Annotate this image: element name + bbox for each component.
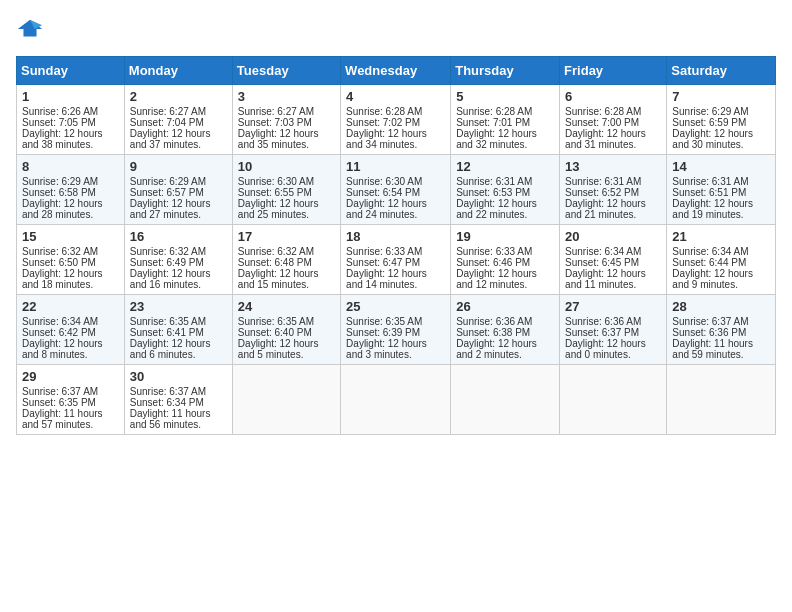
sunrise-label: Sunrise: 6:28 AM: [456, 106, 532, 117]
sunrise-label: Sunrise: 6:29 AM: [672, 106, 748, 117]
sunrise-label: Sunrise: 6:26 AM: [22, 106, 98, 117]
sunrise-label: Sunrise: 6:30 AM: [238, 176, 314, 187]
calendar-day-header: Thursday: [451, 57, 560, 85]
daylight-label: Daylight: 12 hours and 28 minutes.: [22, 198, 103, 220]
calendar-cell: 7 Sunrise: 6:29 AM Sunset: 6:59 PM Dayli…: [667, 85, 776, 155]
calendar-cell: 17 Sunrise: 6:32 AM Sunset: 6:48 PM Dayl…: [232, 225, 340, 295]
day-number: 8: [22, 159, 119, 174]
sunset-label: Sunset: 6:52 PM: [565, 187, 639, 198]
sunset-label: Sunset: 6:47 PM: [346, 257, 420, 268]
daylight-label: Daylight: 12 hours and 37 minutes.: [130, 128, 211, 150]
daylight-label: Daylight: 12 hours and 38 minutes.: [22, 128, 103, 150]
calendar-cell: 28 Sunrise: 6:37 AM Sunset: 6:36 PM Dayl…: [667, 295, 776, 365]
day-number: 7: [672, 89, 770, 104]
calendar-cell: 14 Sunrise: 6:31 AM Sunset: 6:51 PM Dayl…: [667, 155, 776, 225]
calendar-cell: 19 Sunrise: 6:33 AM Sunset: 6:46 PM Dayl…: [451, 225, 560, 295]
day-number: 22: [22, 299, 119, 314]
daylight-label: Daylight: 12 hours and 32 minutes.: [456, 128, 537, 150]
day-number: 17: [238, 229, 335, 244]
daylight-label: Daylight: 12 hours and 12 minutes.: [456, 268, 537, 290]
day-number: 29: [22, 369, 119, 384]
sunset-label: Sunset: 6:49 PM: [130, 257, 204, 268]
sunset-label: Sunset: 7:04 PM: [130, 117, 204, 128]
calendar-body: 1 Sunrise: 6:26 AM Sunset: 7:05 PM Dayli…: [17, 85, 776, 435]
daylight-label: Daylight: 12 hours and 14 minutes.: [346, 268, 427, 290]
calendar-cell: 4 Sunrise: 6:28 AM Sunset: 7:02 PM Dayli…: [341, 85, 451, 155]
sunrise-label: Sunrise: 6:31 AM: [672, 176, 748, 187]
sunset-label: Sunset: 6:45 PM: [565, 257, 639, 268]
calendar-cell: 1 Sunrise: 6:26 AM Sunset: 7:05 PM Dayli…: [17, 85, 125, 155]
sunrise-label: Sunrise: 6:35 AM: [130, 316, 206, 327]
day-number: 20: [565, 229, 661, 244]
calendar-cell: 10 Sunrise: 6:30 AM Sunset: 6:55 PM Dayl…: [232, 155, 340, 225]
daylight-label: Daylight: 12 hours and 5 minutes.: [238, 338, 319, 360]
daylight-label: Daylight: 12 hours and 0 minutes.: [565, 338, 646, 360]
calendar-table: SundayMondayTuesdayWednesdayThursdayFrid…: [16, 56, 776, 435]
sunset-label: Sunset: 7:03 PM: [238, 117, 312, 128]
calendar-week-row: 15 Sunrise: 6:32 AM Sunset: 6:50 PM Dayl…: [17, 225, 776, 295]
daylight-label: Daylight: 12 hours and 2 minutes.: [456, 338, 537, 360]
calendar-cell: 25 Sunrise: 6:35 AM Sunset: 6:39 PM Dayl…: [341, 295, 451, 365]
day-number: 13: [565, 159, 661, 174]
sunrise-label: Sunrise: 6:31 AM: [456, 176, 532, 187]
calendar-week-row: 22 Sunrise: 6:34 AM Sunset: 6:42 PM Dayl…: [17, 295, 776, 365]
daylight-label: Daylight: 12 hours and 30 minutes.: [672, 128, 753, 150]
calendar-cell: 27 Sunrise: 6:36 AM Sunset: 6:37 PM Dayl…: [560, 295, 667, 365]
sunset-label: Sunset: 6:42 PM: [22, 327, 96, 338]
calendar-cell: 26 Sunrise: 6:36 AM Sunset: 6:38 PM Dayl…: [451, 295, 560, 365]
daylight-label: Daylight: 11 hours and 59 minutes.: [672, 338, 753, 360]
sunrise-label: Sunrise: 6:29 AM: [130, 176, 206, 187]
sunrise-label: Sunrise: 6:29 AM: [22, 176, 98, 187]
sunrise-label: Sunrise: 6:35 AM: [238, 316, 314, 327]
page-header: [16, 16, 776, 44]
sunset-label: Sunset: 6:39 PM: [346, 327, 420, 338]
day-number: 4: [346, 89, 445, 104]
calendar-cell: [451, 365, 560, 435]
calendar-cell: 23 Sunrise: 6:35 AM Sunset: 6:41 PM Dayl…: [124, 295, 232, 365]
sunset-label: Sunset: 6:59 PM: [672, 117, 746, 128]
calendar-week-row: 29 Sunrise: 6:37 AM Sunset: 6:35 PM Dayl…: [17, 365, 776, 435]
calendar-cell: [560, 365, 667, 435]
daylight-label: Daylight: 12 hours and 35 minutes.: [238, 128, 319, 150]
day-number: 12: [456, 159, 554, 174]
sunset-label: Sunset: 6:36 PM: [672, 327, 746, 338]
daylight-label: Daylight: 12 hours and 9 minutes.: [672, 268, 753, 290]
day-number: 19: [456, 229, 554, 244]
day-number: 25: [346, 299, 445, 314]
calendar-cell: 2 Sunrise: 6:27 AM Sunset: 7:04 PM Dayli…: [124, 85, 232, 155]
sunset-label: Sunset: 6:35 PM: [22, 397, 96, 408]
calendar-cell: 30 Sunrise: 6:37 AM Sunset: 6:34 PM Dayl…: [124, 365, 232, 435]
day-number: 21: [672, 229, 770, 244]
sunrise-label: Sunrise: 6:37 AM: [22, 386, 98, 397]
daylight-label: Daylight: 12 hours and 25 minutes.: [238, 198, 319, 220]
calendar-cell: 15 Sunrise: 6:32 AM Sunset: 6:50 PM Dayl…: [17, 225, 125, 295]
day-number: 9: [130, 159, 227, 174]
sunrise-label: Sunrise: 6:27 AM: [238, 106, 314, 117]
sunset-label: Sunset: 6:58 PM: [22, 187, 96, 198]
day-number: 18: [346, 229, 445, 244]
sunset-label: Sunset: 6:38 PM: [456, 327, 530, 338]
day-number: 5: [456, 89, 554, 104]
daylight-label: Daylight: 12 hours and 18 minutes.: [22, 268, 103, 290]
sunset-label: Sunset: 6:44 PM: [672, 257, 746, 268]
sunrise-label: Sunrise: 6:34 AM: [22, 316, 98, 327]
sunset-label: Sunset: 7:02 PM: [346, 117, 420, 128]
daylight-label: Daylight: 12 hours and 21 minutes.: [565, 198, 646, 220]
sunset-label: Sunset: 6:40 PM: [238, 327, 312, 338]
calendar-cell: 21 Sunrise: 6:34 AM Sunset: 6:44 PM Dayl…: [667, 225, 776, 295]
calendar-cell: 8 Sunrise: 6:29 AM Sunset: 6:58 PM Dayli…: [17, 155, 125, 225]
daylight-label: Daylight: 12 hours and 3 minutes.: [346, 338, 427, 360]
sunrise-label: Sunrise: 6:37 AM: [672, 316, 748, 327]
sunrise-label: Sunrise: 6:32 AM: [22, 246, 98, 257]
day-number: 23: [130, 299, 227, 314]
sunset-label: Sunset: 6:53 PM: [456, 187, 530, 198]
sunset-label: Sunset: 6:50 PM: [22, 257, 96, 268]
calendar-cell: [667, 365, 776, 435]
calendar-cell: 16 Sunrise: 6:32 AM Sunset: 6:49 PM Dayl…: [124, 225, 232, 295]
calendar-day-header: Sunday: [17, 57, 125, 85]
sunset-label: Sunset: 7:01 PM: [456, 117, 530, 128]
day-number: 2: [130, 89, 227, 104]
sunrise-label: Sunrise: 6:35 AM: [346, 316, 422, 327]
daylight-label: Daylight: 12 hours and 11 minutes.: [565, 268, 646, 290]
sunset-label: Sunset: 6:41 PM: [130, 327, 204, 338]
